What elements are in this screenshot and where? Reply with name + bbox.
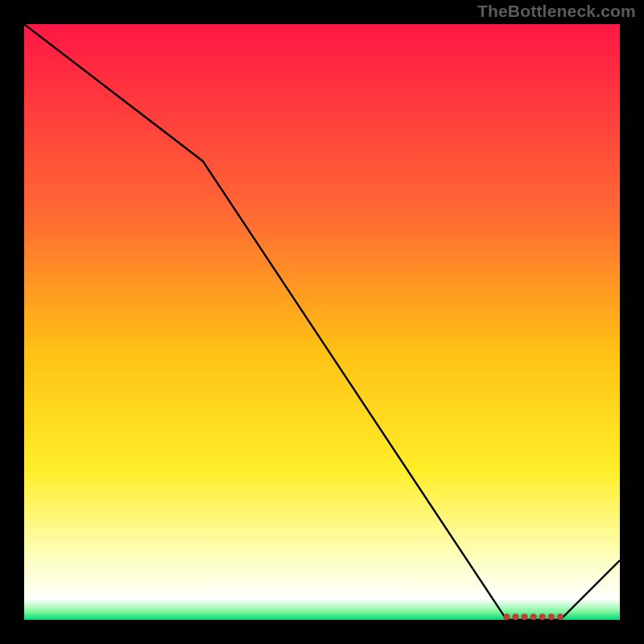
marker-dot [539,613,546,620]
chart-container: TheBottleneck.com [0,0,644,644]
marker-dot [522,613,528,620]
watermark-text: TheBottleneck.com [477,2,636,21]
marker-dot [513,613,519,620]
marker-dot [548,613,555,620]
marker-dot [557,613,564,620]
chart-svg [24,24,620,620]
marker-dot [530,613,537,620]
plot-area [24,24,620,620]
marker-dot [503,613,510,620]
gradient-background [24,24,620,620]
